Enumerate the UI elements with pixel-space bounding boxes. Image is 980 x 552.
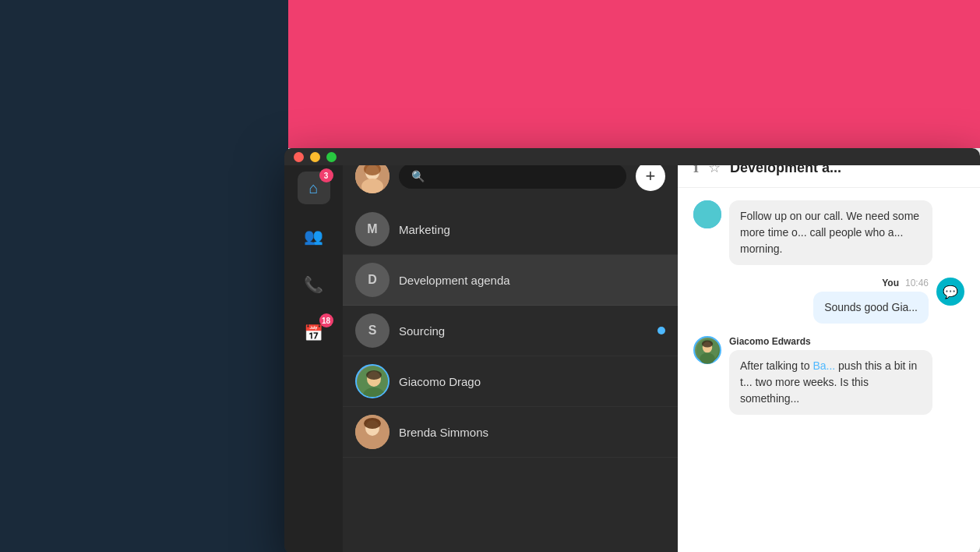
giacomo-info: Giacomo Drago bbox=[399, 375, 665, 388]
development-avatar: D bbox=[355, 263, 390, 297]
phone-icon: 📞 bbox=[304, 275, 323, 294]
svg-point-16 bbox=[702, 341, 713, 348]
minimize-button[interactable] bbox=[310, 152, 320, 162]
background-pink bbox=[288, 0, 980, 148]
add-conversation-button[interactable]: + bbox=[636, 161, 665, 191]
chat-item-giacomo[interactable]: Giacomo Drago bbox=[343, 356, 678, 407]
message-sender-3: Giacomo Edwards bbox=[729, 336, 811, 347]
sidebar-item-people[interactable]: 👥 bbox=[298, 220, 330, 253]
calendar-badge: 18 bbox=[319, 313, 333, 327]
svg-point-15 bbox=[700, 353, 715, 364]
sidebar-item-phone[interactable]: 📞 bbox=[298, 268, 330, 301]
main-window: ⌂ 3 👥 📞 📅 18 bbox=[284, 148, 980, 552]
brenda-avatar-svg bbox=[355, 415, 390, 449]
message-bubble-2: Sounds good Gia... bbox=[813, 292, 929, 324]
sourcing-unread-dot bbox=[657, 327, 665, 334]
message-group-3: Giacomo Edwards After talking to Ba... p… bbox=[693, 336, 964, 415]
calendar-icon: 📅 bbox=[304, 324, 323, 342]
mention-ba: Ba... bbox=[813, 359, 835, 372]
chat-item-marketing[interactable]: M Marketing bbox=[343, 204, 678, 255]
people-icon: 👥 bbox=[304, 227, 323, 246]
giacomo-msg-svg bbox=[695, 336, 720, 364]
message-group-2: 💬 You 10:46 Sounds good Gia... bbox=[693, 278, 964, 324]
sidebar-item-calendar[interactable]: 📅 18 bbox=[298, 317, 330, 349]
group-avatar-svg bbox=[693, 200, 721, 228]
message-group-1: Follow up on our call. We need some more… bbox=[693, 200, 964, 265]
message-meta-3: Giacomo Edwards bbox=[729, 336, 932, 347]
chat-item-development[interactable]: D Development agenda bbox=[343, 255, 678, 306]
message-content-1: Follow up on our call. We need some more… bbox=[729, 200, 932, 265]
sourcing-info: Sourcing bbox=[399, 324, 648, 338]
self-avatar: 💬 bbox=[936, 278, 964, 306]
plus-icon: + bbox=[646, 166, 656, 186]
development-info: Development agenda bbox=[399, 274, 665, 287]
background-dark bbox=[0, 0, 288, 552]
message-content-2: You 10:46 Sounds good Gia... bbox=[813, 278, 929, 324]
sidebar-item-home[interactable]: ⌂ 3 bbox=[298, 172, 330, 204]
marketing-info: Marketing bbox=[399, 223, 665, 236]
brenda-name: Brenda Simmons bbox=[399, 426, 665, 439]
chat-detail-panel: ℹ ☆ Development a... Follow up on our ca… bbox=[678, 148, 980, 552]
message-sender-2: You bbox=[882, 278, 899, 288]
close-button[interactable] bbox=[294, 152, 304, 162]
sourcing-name: Sourcing bbox=[399, 324, 648, 338]
message-bubble-1: Follow up on our call. We need some more… bbox=[729, 200, 932, 265]
sourcing-avatar: S bbox=[355, 313, 390, 348]
development-name: Development agenda bbox=[399, 274, 665, 287]
home-icon: ⌂ bbox=[308, 179, 318, 197]
brenda-info: Brenda Simmons bbox=[399, 426, 665, 439]
svg-point-11 bbox=[364, 418, 381, 429]
giacomo-msg-avatar bbox=[693, 336, 721, 364]
chat-item-sourcing[interactable]: S Sourcing bbox=[343, 306, 678, 356]
message-time-2: 10:46 bbox=[905, 278, 929, 288]
giacomo-avatar-svg bbox=[357, 366, 390, 398]
giacomo-avatar bbox=[355, 364, 390, 398]
marketing-name: Marketing bbox=[399, 223, 665, 236]
titlebar bbox=[284, 148, 980, 165]
message-content-3: Giacomo Edwards After talking to Ba... p… bbox=[729, 336, 932, 415]
home-badge: 3 bbox=[319, 168, 333, 182]
svg-point-12 bbox=[693, 200, 721, 228]
search-bar[interactable]: 🔍 bbox=[399, 164, 626, 189]
marketing-avatar: M bbox=[355, 212, 390, 246]
chat-list-panel: 🔍 + M Marketing D Development agenda S bbox=[343, 148, 678, 552]
sidebar: ⌂ 3 👥 📞 📅 18 bbox=[284, 148, 343, 552]
maximize-button[interactable] bbox=[326, 152, 337, 162]
brenda-avatar bbox=[355, 415, 390, 449]
messages-container[interactable]: Follow up on our call. We need some more… bbox=[678, 188, 980, 552]
group-avatar-1 bbox=[693, 200, 721, 228]
giacomo-name: Giacomo Drago bbox=[399, 375, 665, 388]
message-bubble-3: After talking to Ba... push this a bit i… bbox=[729, 350, 932, 415]
message-meta-2: You 10:46 bbox=[813, 278, 929, 288]
search-icon: 🔍 bbox=[411, 170, 425, 182]
chat-item-brenda[interactable]: Brenda Simmons bbox=[343, 407, 678, 458]
svg-point-7 bbox=[366, 370, 382, 380]
